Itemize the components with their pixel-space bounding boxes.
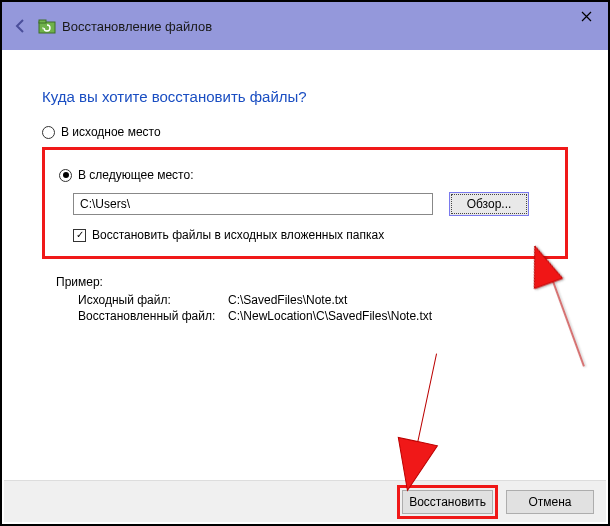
radio-following-label: В следующее место: (78, 168, 193, 182)
checkbox-label: Восстановить файлы в исходных вложенных … (92, 228, 384, 242)
example-source-value: C:\SavedFiles\Note.txt (228, 293, 568, 307)
example-title: Пример: (56, 275, 568, 289)
example-section: Пример: Исходный файл: C:\SavedFiles\Not… (56, 275, 568, 323)
path-input[interactable] (73, 193, 433, 215)
example-restored-value: C:\NewLocation\C\SavedFiles\Note.txt (228, 309, 568, 323)
browse-button[interactable]: Обзор... (449, 192, 529, 216)
checkbox-icon: ✓ (73, 229, 86, 242)
radio-original-label: В исходное место (61, 125, 161, 139)
restore-button[interactable]: Восстановить (402, 490, 493, 514)
close-button[interactable] (564, 2, 608, 30)
radio-icon (59, 169, 72, 182)
back-arrow-icon (13, 18, 29, 34)
page-heading: Куда вы хотите восстановить файлы? (42, 88, 568, 105)
path-row: Обзор... (73, 192, 551, 216)
svg-rect-1 (39, 20, 46, 23)
radio-icon (42, 126, 55, 139)
dialog-footer: Восстановить Отмена (4, 480, 606, 522)
restore-highlight: Восстановить (397, 485, 498, 519)
restore-icon (38, 17, 56, 35)
cancel-button[interactable]: Отмена (506, 490, 594, 514)
example-restored-label: Восстановленный файл: (78, 309, 228, 323)
radio-following-location[interactable]: В следующее место: (59, 168, 551, 182)
following-location-group: В следующее место: Обзор... ✓ Восстанови… (42, 147, 568, 259)
close-icon (581, 11, 592, 22)
content-area: Куда вы хотите восстановить файлы? В исх… (2, 50, 608, 323)
restore-subfolders-checkbox[interactable]: ✓ Восстановить файлы в исходных вложенны… (73, 228, 551, 242)
titlebar: Восстановление файлов (2, 2, 608, 50)
back-button[interactable] (10, 15, 32, 37)
window-title: Восстановление файлов (62, 19, 212, 34)
example-source-label: Исходный файл: (78, 293, 228, 307)
radio-original-location[interactable]: В исходное место (42, 125, 568, 139)
